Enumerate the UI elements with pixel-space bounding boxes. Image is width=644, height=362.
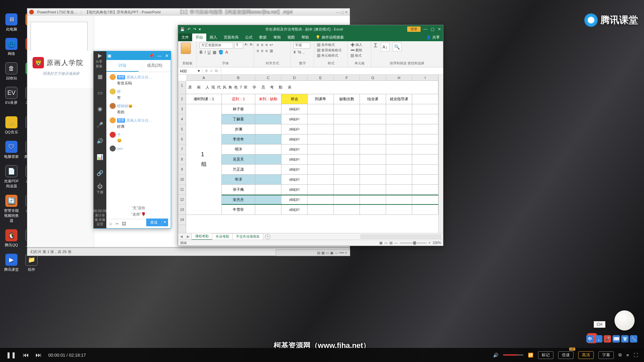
sheet-tab[interactable]: 课程考勤 (192, 233, 212, 240)
ime-cn-button[interactable]: 中 (586, 335, 594, 343)
desktop-icon[interactable]: 🐧腾讯QQ (4, 229, 19, 248)
align-right-icon[interactable]: ≡ (265, 49, 268, 53)
play-pause-button[interactable]: ❚❚ (6, 351, 16, 359)
vertical-scrollbar[interactable] (438, 75, 443, 233)
desktop-icon[interactable]: 🛡电脑管家 (4, 141, 19, 159)
send-dropdown[interactable]: ▾ (162, 219, 168, 226)
zoom-slider[interactable] (400, 242, 427, 244)
tab-file[interactable]: 文件 (178, 34, 192, 41)
save-icon[interactable]: 💾 (180, 27, 185, 32)
merge-icon[interactable]: ⊞ (270, 49, 273, 53)
ime-lang-indicator[interactable]: CH (594, 321, 605, 328)
pip-icon[interactable]: ⧉ (619, 352, 622, 358)
grow-font-icon[interactable]: A↑ (245, 43, 249, 49)
find-select-button[interactable]: 🔍 (393, 43, 401, 51)
tab-review[interactable]: 审阅 (270, 34, 284, 41)
new-win-icon[interactable]: ▣ (107, 53, 111, 58)
row-headers[interactable]: 1234567891011121314 (178, 81, 186, 233)
ime-mic-button[interactable]: 🎤 (604, 335, 611, 343)
comma-icon[interactable]: , (303, 50, 304, 55)
shrink-font-icon[interactable]: A↓ (250, 43, 254, 49)
tell-me[interactable]: 操作说明搜索 (322, 35, 344, 40)
image-icon[interactable]: 🖼 (122, 221, 126, 226)
desktop-icon[interactable]: 🖥此电脑 (4, 13, 19, 32)
win-min-icon[interactable]: — (423, 27, 427, 32)
tab-view[interactable]: 视图 (284, 34, 298, 41)
desktop-icon[interactable]: 🌐网络 (4, 38, 19, 56)
view-layout-icon[interactable]: ▭ (384, 241, 387, 245)
ime-keyboard-button[interactable]: ⌨ (612, 335, 620, 343)
zoom-level[interactable]: 100% (432, 241, 441, 245)
view-normal-icon[interactable]: ▦ (379, 241, 382, 245)
view-break-icon[interactable]: ▤ (389, 241, 392, 245)
sheet-nav-prev[interactable]: ◀ (178, 235, 185, 238)
desktop-icon[interactable]: EVEV录屏 (4, 87, 19, 110)
align-top-icon[interactable]: ≡ (257, 43, 259, 47)
link-icon[interactable]: 🔗 (96, 167, 104, 179)
ime-tool-button[interactable]: 🔧 (630, 335, 637, 343)
caption-button[interactable]: 字幕 (598, 351, 614, 359)
percent-icon[interactable]: % (298, 50, 302, 55)
emoji-icon[interactable]: ☺ (108, 221, 113, 226)
currency-icon[interactable]: ¥ (293, 50, 296, 55)
desktop-icon[interactable]: ♪QQ音乐 (4, 116, 19, 135)
prev-button[interactable]: ⏮ (23, 352, 29, 359)
desktop-icon[interactable]: 🔄密室全能视频转换器 (4, 195, 19, 223)
clear-icon[interactable]: ✂ (115, 221, 119, 226)
format-cells-button[interactable]: ▦ 格式 (351, 53, 362, 58)
avatar-mascot[interactable] (614, 310, 638, 334)
desktop-icon[interactable]: 🗑回收站 (4, 62, 19, 81)
tab-members[interactable]: 成员(26) (139, 60, 171, 72)
tab-help[interactable]: 帮助 (298, 34, 312, 41)
font-color-icon[interactable]: A (225, 50, 228, 55)
delete-cells-button[interactable]: ➖ 删除 (351, 48, 362, 53)
side-cam-icon[interactable]: ◉ (96, 103, 104, 114)
bold-icon[interactable]: B (200, 50, 203, 55)
desktop-icon[interactable]: 📄光速PDF阅读器 (4, 165, 19, 189)
desktop-icon[interactable]: 📁组件 (24, 254, 39, 272)
share-button[interactable]: 共享 (432, 35, 440, 40)
pin-icon[interactable]: 📌 (149, 53, 154, 58)
align-left-icon[interactable]: ≡ (257, 49, 259, 53)
fx-ok-icon[interactable]: ✓ (210, 69, 213, 73)
fx-cancel-icon[interactable]: ✕ (205, 69, 208, 73)
redo-icon[interactable]: ↷ (193, 27, 196, 32)
underline-icon[interactable]: U (208, 50, 211, 55)
mark-button[interactable]: 标记 (538, 351, 553, 359)
win-close-icon[interactable]: ✕ (438, 27, 441, 32)
mic-icon[interactable]: 🎤 (96, 119, 104, 130)
login-button[interactable]: 登录 (407, 26, 421, 32)
tab-layout[interactable]: 页面布局 (220, 34, 242, 41)
sort-filter-button[interactable]: A↓ (381, 43, 389, 51)
excel-titlebar[interactable]: 💾↶↷▾ 学生课程及作业考勤表 - 副本 [兼容模式] - Excel 登录 —… (178, 25, 443, 33)
ppt-view-toolbar[interactable]: ▤ ▦ ▭ ▣ — ━━ + (276, 249, 350, 256)
share-screen-button[interactable]: ▶分享屏幕 (96, 55, 104, 66)
sheet-tab[interactable]: 不交作业请假条 (232, 233, 263, 240)
align-mid-icon[interactable]: ≡ (261, 43, 263, 47)
cond-format-button[interactable]: ▦ 条件格式 (317, 43, 335, 47)
loop-icon[interactable]: 🔁 (528, 353, 533, 358)
fullscreen-icon[interactable]: ⛶ (634, 353, 638, 358)
close-icon[interactable]: ✕ (165, 53, 169, 58)
zoom-out-icon[interactable]: — (394, 241, 398, 245)
volume-slider[interactable] (503, 354, 523, 356)
speaker-icon[interactable]: 🔊 (96, 135, 104, 146)
align-center-icon[interactable]: ≡ (261, 49, 263, 53)
undo-icon[interactable]: ↶ (187, 27, 191, 32)
insert-cells-button[interactable]: ➕ 插入 (351, 43, 362, 47)
stats-icon[interactable]: 📊 (96, 151, 104, 163)
column-headers[interactable]: ABCDEFGHI (186, 75, 438, 81)
font-name-select[interactable]: 方正准圆简体 (200, 43, 233, 49)
sheet-nav-next[interactable]: ▶ (185, 235, 192, 238)
italic-icon[interactable]: I (205, 50, 206, 55)
tab-discuss[interactable]: 讨论 (106, 60, 139, 72)
side-video-icon[interactable]: ▭ (96, 87, 104, 98)
cell-style-button[interactable]: ▦ 单元格样式 (317, 53, 338, 58)
settings-player-icon[interactable]: ≡ (626, 353, 629, 358)
horizontal-scrollbar[interactable] (361, 235, 441, 239)
tab-formula[interactable]: 公式 (242, 34, 256, 41)
ime-punct-button[interactable]: ， (595, 335, 602, 343)
tab-home[interactable]: 开始 (192, 34, 206, 41)
quality-button[interactable]: 高清 (578, 351, 594, 359)
min-icon[interactable]: — (157, 53, 162, 58)
